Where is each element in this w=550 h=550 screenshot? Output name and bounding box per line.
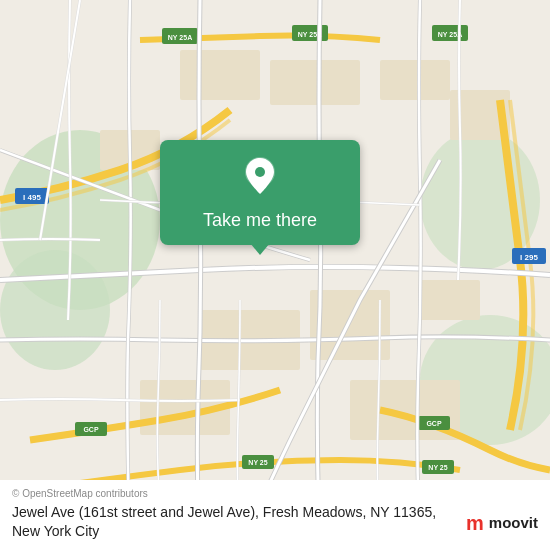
- location-name: Jewel Ave (161st street and Jewel Ave), …: [12, 503, 461, 542]
- take-me-there-button[interactable]: Take me there: [160, 140, 360, 245]
- svg-text:I 295: I 295: [520, 253, 538, 262]
- svg-text:GCP: GCP: [426, 420, 442, 427]
- svg-rect-11: [380, 60, 450, 100]
- bottom-content: Jewel Ave (161st street and Jewel Ave), …: [12, 503, 538, 542]
- map-container: I 495 I 295 GCP GCP NY 25A NY 25A NY 25A…: [0, 0, 550, 550]
- map-attribution: © OpenStreetMap contributors: [12, 488, 538, 499]
- moovit-brand-name: moovit: [489, 514, 538, 531]
- moovit-logo-icon: m: [461, 508, 489, 536]
- map-roads: I 495 I 295 GCP GCP NY 25A NY 25A NY 25A…: [0, 0, 550, 550]
- svg-point-2: [0, 250, 110, 370]
- moovit-logo: m moovit: [461, 508, 538, 536]
- svg-point-37: [255, 167, 265, 177]
- svg-text:GCP: GCP: [83, 426, 99, 433]
- take-me-there-label: Take me there: [203, 210, 317, 231]
- svg-rect-5: [180, 50, 260, 100]
- bottom-info-bar: © OpenStreetMap contributors Jewel Ave (…: [0, 480, 550, 550]
- svg-text:m: m: [466, 512, 484, 534]
- svg-text:NY 25: NY 25: [248, 459, 267, 466]
- button-arrow: [250, 243, 270, 255]
- svg-text:NY 25A: NY 25A: [168, 34, 192, 41]
- svg-rect-14: [420, 280, 480, 320]
- location-pin-icon: [242, 156, 278, 202]
- svg-text:I 495: I 495: [23, 193, 41, 202]
- svg-text:NY 25: NY 25: [428, 464, 447, 471]
- svg-rect-6: [270, 60, 360, 105]
